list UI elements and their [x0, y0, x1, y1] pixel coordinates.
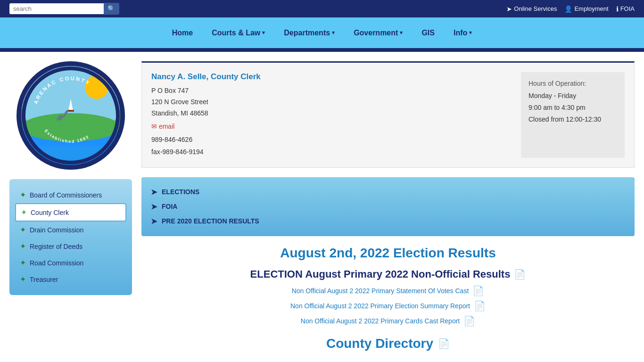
email-link[interactable]: ✉ email — [151, 123, 512, 130]
foia-link[interactable]: ➤ FOIA — [151, 199, 625, 214]
nav-departments[interactable]: Departments ▾ — [274, 17, 344, 48]
sidebar-item-register[interactable]: ✦ Register of Deeds — [15, 238, 126, 255]
person-icon: 👤 — [564, 5, 572, 13]
nav-bar: Home Courts & Law ▾ Departments ▾ Govern… — [0, 17, 644, 48]
top-bar: 🔍 ➤ Online Services 👤 Employment ℹ FOIA — [0, 0, 644, 17]
right-arrow-icon: ➤ — [151, 188, 157, 197]
info-address: P O Box 747 120 N Grove Street Standish,… — [151, 85, 512, 119]
clerk-name: Nancy A. Selle, County Clerk — [151, 72, 512, 82]
chevron-down-icon: ▾ — [332, 30, 335, 36]
sidebar-item-road[interactable]: ✦ Road Commission — [15, 255, 126, 271]
sub-links: Non Official August 2 2022 Primary State… — [141, 285, 635, 327]
chevron-down-icon: ▾ — [469, 30, 472, 36]
star-icon: ✦ — [20, 190, 26, 199]
sidebar-menu: ✦ Board of Commissioners ✦ County Clerk … — [9, 179, 132, 295]
chevron-down-icon: ▾ — [400, 30, 403, 36]
pdf-icon: 📄 — [463, 315, 475, 327]
pdf-icon: 📄 — [472, 285, 484, 296]
foia-topbar-link[interactable]: ℹ FOIA — [616, 5, 635, 13]
info-card: Nancy A. Selle, County Clerk P O Box 747… — [141, 61, 635, 168]
sidebar: ARENAC COUNTY Established 1883 ✦ Board o… — [9, 61, 132, 351]
employment-link[interactable]: 👤 Employment — [564, 5, 608, 13]
sidebar-item-drain[interactable]: ✦ Drain Commission — [15, 222, 126, 238]
plane-icon: ➤ — [506, 5, 512, 13]
star-icon: ✦ — [20, 242, 26, 251]
nav-info[interactable]: Info ▾ — [444, 17, 481, 48]
links-box: ➤ ELECTIONS ➤ FOIA ➤ PRE 2020 ELECTION R… — [141, 177, 635, 236]
pre2020-link[interactable]: ➤ PRE 2020 ELECTION RESULTS — [151, 214, 625, 229]
star-icon: ✦ — [20, 258, 26, 267]
svg-rect-8 — [67, 110, 74, 112]
svg-point-3 — [85, 75, 108, 99]
nav-home[interactable]: Home — [163, 17, 202, 48]
search-input[interactable] — [9, 3, 104, 14]
right-arrow-icon: ➤ — [151, 217, 157, 226]
right-arrow-icon: ➤ — [151, 202, 157, 211]
pdf-icon: 📄 — [474, 300, 486, 312]
blue-divider — [0, 48, 644, 52]
pdf-icon: 📄 — [514, 269, 526, 280]
info-left: Nancy A. Selle, County Clerk P O Box 747… — [151, 72, 512, 158]
content-area: Nancy A. Selle, County Clerk P O Box 747… — [141, 61, 635, 351]
info-phone: 989-846-4626 fax-989-846-9194 — [151, 134, 512, 157]
svg-point-2 — [21, 113, 120, 141]
star-icon: ✦ — [21, 208, 27, 217]
county-directory-title[interactable]: County Directory 📄 — [141, 336, 635, 351]
envelope-icon: ✉ — [151, 123, 157, 130]
sidebar-item-treasurer[interactable]: ✦ Treasurer — [15, 271, 126, 288]
sidebar-item-board[interactable]: ✦ Board of Commissioners — [15, 187, 126, 203]
elections-link[interactable]: ➤ ELECTIONS — [151, 185, 625, 199]
star-icon: ✦ — [20, 225, 26, 234]
info-icon: ℹ — [616, 5, 619, 13]
nav-gis[interactable]: GIS — [412, 17, 444, 48]
votes-cast-link[interactable]: Non Official August 2 2022 Primary State… — [141, 285, 635, 296]
search-form[interactable]: 🔍 — [9, 3, 119, 15]
info-hours: Hours of Operation: Monday - Friday 9:00… — [521, 72, 625, 158]
nav-government[interactable]: Government ▾ — [344, 17, 412, 48]
summary-report-link[interactable]: Non Official August 2 2022 Primary Elect… — [141, 300, 635, 312]
pdf-icon: 📄 — [438, 338, 450, 349]
main-content: ARENAC COUNTY Established 1883 ✦ Board o… — [0, 52, 644, 361]
logo-svg: ARENAC COUNTY Established 1883 — [21, 66, 120, 165]
search-icon: 🔍 — [107, 5, 116, 12]
logo-inner: ARENAC COUNTY Established 1883 — [21, 66, 120, 165]
chevron-down-icon: ▾ — [262, 30, 265, 36]
svg-line-5 — [106, 74, 111, 78]
sidebar-item-county-clerk[interactable]: ✦ County Clerk — [15, 203, 126, 222]
page-title: August 2nd, 2022 Election Results — [141, 246, 635, 261]
online-services-link[interactable]: ➤ Online Services — [506, 5, 557, 13]
top-links: ➤ Online Services 👤 Employment ℹ FOIA — [506, 5, 635, 13]
search-button[interactable]: 🔍 — [104, 3, 119, 15]
main-election-link[interactable]: ELECTION August Primary 2022 Non-Officia… — [141, 268, 635, 280]
star-icon: ✦ — [20, 275, 26, 284]
nav-courts[interactable]: Courts & Law ▾ — [202, 17, 274, 48]
county-logo: ARENAC COUNTY Established 1883 — [17, 61, 125, 170]
cards-cast-link[interactable]: Non Official August 2 2022 Primary Cards… — [141, 315, 635, 327]
